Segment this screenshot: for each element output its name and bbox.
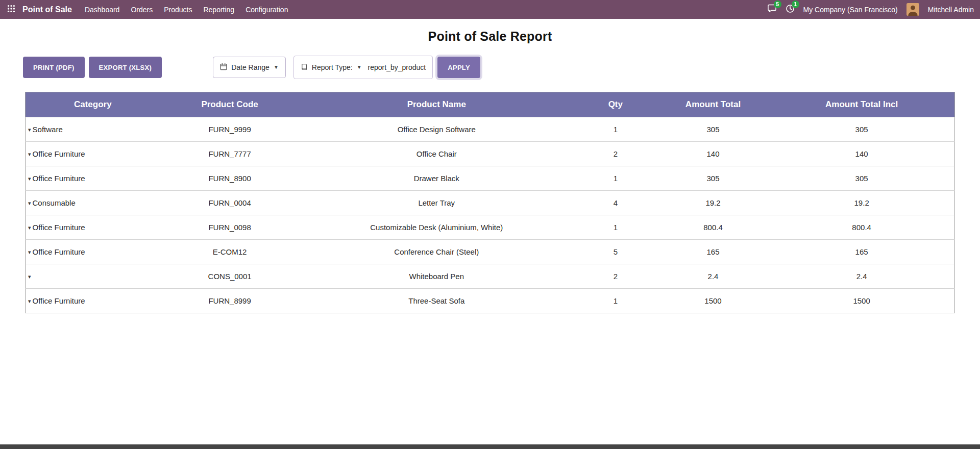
category-label: Consumable bbox=[33, 198, 76, 207]
product-code-cell: FURN_7777 bbox=[160, 142, 300, 166]
nav-item-orders[interactable]: Orders bbox=[125, 0, 158, 19]
report-type-value: report_by_product bbox=[368, 63, 426, 71]
qty-cell: 1 bbox=[574, 215, 657, 240]
app-brand[interactable]: Point of Sale bbox=[22, 5, 72, 14]
print-pdf-button[interactable]: PRINT (PDF) bbox=[23, 57, 85, 78]
report-type-caret-icon: ▼ bbox=[357, 65, 362, 70]
category-cell: ▾Office Furniture bbox=[26, 166, 160, 191]
table-header-row: Category Product Code Product Name Qty A… bbox=[26, 92, 955, 117]
qty-cell: 4 bbox=[574, 191, 657, 215]
date-range-caret-icon: ▼ bbox=[274, 65, 279, 70]
book-icon bbox=[301, 63, 308, 72]
date-range-label: Date Range bbox=[231, 63, 270, 71]
export-xlsx-button[interactable]: EXPORT (XLSX) bbox=[89, 57, 162, 78]
bottom-screen-edge bbox=[0, 444, 980, 449]
group-caret-icon[interactable]: ▾ bbox=[28, 249, 31, 256]
header-category: Category bbox=[26, 92, 160, 117]
amount-total-incl-cell: 800.4 bbox=[769, 215, 954, 240]
messages-badge: 5 bbox=[774, 1, 781, 8]
table-row: ▾Office Furniture E-COM12 Conference Cha… bbox=[26, 240, 955, 264]
user-menu[interactable]: Mitchell Admin bbox=[928, 6, 974, 14]
product-code-cell: FURN_0098 bbox=[160, 215, 300, 240]
avatar-image bbox=[906, 3, 919, 16]
table-row: ▾Office Furniture FURN_7777 Office Chair… bbox=[26, 142, 955, 166]
qty-cell: 1 bbox=[574, 117, 657, 142]
navbar-right: 5 1 My Company (San Francisco) Mitchell … bbox=[767, 3, 974, 16]
table-row: ▾Software FURN_9999 Office Design Softwa… bbox=[26, 117, 955, 142]
group-caret-icon[interactable]: ▾ bbox=[28, 200, 31, 207]
nav-item-reporting[interactable]: Reporting bbox=[198, 0, 240, 19]
group-caret-icon[interactable]: ▾ bbox=[28, 176, 31, 182]
date-range-dropdown[interactable]: Date Range ▼ bbox=[213, 57, 286, 78]
category-label: Software bbox=[33, 125, 63, 134]
group-caret-icon[interactable]: ▾ bbox=[28, 298, 31, 305]
group-caret-icon[interactable]: ▾ bbox=[28, 273, 31, 280]
nav-item-products[interactable]: Products bbox=[158, 0, 198, 19]
table-row: ▾ CONS_0001 Whiteboard Pen 2 2.4 2.4 bbox=[26, 264, 955, 289]
messages-button[interactable]: 5 bbox=[767, 4, 777, 15]
product-name-cell: Whiteboard Pen bbox=[300, 264, 574, 289]
product-code-cell: FURN_9999 bbox=[160, 117, 300, 142]
amount-total-incl-cell: 2.4 bbox=[769, 264, 954, 289]
apps-grid-icon bbox=[7, 5, 15, 14]
product-code-cell: FURN_0004 bbox=[160, 191, 300, 215]
product-name-cell: Three-Seat Sofa bbox=[300, 289, 574, 313]
header-product-name: Product Name bbox=[300, 92, 574, 117]
category-cell: ▾Office Furniture bbox=[26, 289, 160, 313]
group-caret-icon[interactable]: ▾ bbox=[28, 224, 31, 231]
category-label: Office Furniture bbox=[33, 247, 85, 256]
category-cell: ▾Office Furniture bbox=[26, 215, 160, 240]
table-row: ▾Office Furniture FURN_0098 Customizable… bbox=[26, 215, 955, 240]
amount-total-cell: 1500 bbox=[657, 289, 769, 313]
amount-total-cell: 165 bbox=[657, 240, 769, 264]
main-content: Point of Sale Report PRINT (PDF) EXPORT … bbox=[0, 29, 980, 313]
amount-total-incl-cell: 305 bbox=[769, 166, 954, 191]
category-label: Office Furniture bbox=[33, 296, 85, 305]
header-amount-total-incl: Amount Total Incl bbox=[769, 92, 954, 117]
category-label: Office Furniture bbox=[33, 149, 85, 158]
product-name-cell: Office Design Software bbox=[300, 117, 574, 142]
category-cell: ▾Office Furniture bbox=[26, 142, 160, 166]
group-caret-icon[interactable]: ▾ bbox=[28, 151, 31, 158]
apply-button[interactable]: APPLY bbox=[437, 57, 480, 78]
company-switcher[interactable]: My Company (San Francisco) bbox=[803, 6, 898, 14]
top-navbar: Point of Sale Dashboard Orders Products … bbox=[0, 0, 980, 19]
product-name-cell: Customizable Desk (Aluminium, White) bbox=[300, 215, 574, 240]
activities-badge: 1 bbox=[792, 1, 799, 8]
amount-total-incl-cell: 165 bbox=[769, 240, 954, 264]
amount-total-cell: 800.4 bbox=[657, 215, 769, 240]
amount-total-cell: 140 bbox=[657, 142, 769, 166]
product-name-cell: Office Chair bbox=[300, 142, 574, 166]
apps-menu-button[interactable] bbox=[5, 0, 19, 19]
header-product-code: Product Code bbox=[160, 92, 300, 117]
category-label: Office Furniture bbox=[33, 174, 85, 183]
category-cell: ▾ bbox=[26, 264, 160, 289]
amount-total-cell: 305 bbox=[657, 166, 769, 191]
report-toolbar: PRINT (PDF) EXPORT (XLSX) Date Range ▼ R… bbox=[23, 56, 980, 79]
qty-cell: 2 bbox=[574, 142, 657, 166]
table-row: ▾Office Furniture FURN_8900 Drawer Black… bbox=[26, 166, 955, 191]
main-menu: Dashboard Orders Products Reporting Conf… bbox=[79, 0, 294, 19]
amount-total-incl-cell: 1500 bbox=[769, 289, 954, 313]
user-avatar[interactable] bbox=[906, 3, 919, 16]
group-caret-icon[interactable]: ▾ bbox=[28, 127, 31, 133]
calendar-icon bbox=[220, 63, 227, 72]
report-table: Category Product Code Product Name Qty A… bbox=[25, 92, 955, 313]
header-qty: Qty bbox=[574, 92, 657, 117]
qty-cell: 1 bbox=[574, 166, 657, 191]
amount-total-cell: 2.4 bbox=[657, 264, 769, 289]
page-title: Point of Sale Report bbox=[0, 29, 980, 44]
qty-cell: 2 bbox=[574, 264, 657, 289]
category-cell: ▾Office Furniture bbox=[26, 240, 160, 264]
product-name-cell: Drawer Black bbox=[300, 166, 574, 191]
report-type-dropdown[interactable]: Report Type: ▼ report_by_product bbox=[293, 56, 433, 79]
nav-item-configuration[interactable]: Configuration bbox=[240, 0, 293, 19]
report-table-container: Category Product Code Product Name Qty A… bbox=[25, 92, 955, 313]
nav-item-dashboard[interactable]: Dashboard bbox=[79, 0, 126, 19]
amount-total-cell: 19.2 bbox=[657, 191, 769, 215]
category-cell: ▾Software bbox=[26, 117, 160, 142]
table-row: ▾Office Furniture FURN_8999 Three-Seat S… bbox=[26, 289, 955, 313]
header-amount-total: Amount Total bbox=[657, 92, 769, 117]
activities-button[interactable]: 1 bbox=[786, 4, 795, 15]
amount-total-incl-cell: 305 bbox=[769, 117, 954, 142]
